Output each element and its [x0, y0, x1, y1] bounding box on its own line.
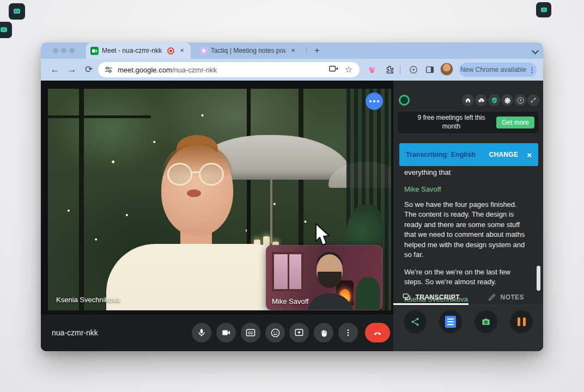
share-nodes-icon	[410, 317, 420, 327]
tab-title: Tactiq | Meeting notes powe	[211, 47, 285, 54]
back-button[interactable]: ←	[48, 63, 62, 76]
tab-strip: Meet - nua-czmr-nkk × Tactiq | Meeting n…	[41, 42, 543, 59]
toolbar-divider	[400, 65, 400, 74]
meet-favicon-icon	[90, 47, 99, 55]
glasses-lens	[199, 163, 224, 186]
pin-diagonal-button[interactable]	[527, 94, 539, 106]
sidebar-actions	[393, 306, 543, 351]
banner-text: 9 free meetings left this month	[411, 114, 492, 131]
end-call-button[interactable]	[365, 323, 390, 342]
captions-button[interactable]: CC	[241, 323, 260, 342]
background-chat-app-icon	[0, 22, 12, 38]
main-video-tile: Ksenia Svechnikova Mike Savoff	[48, 89, 391, 310]
pause-recording-button[interactable]	[510, 310, 533, 333]
tactiq-logo-icon	[399, 95, 410, 106]
screenshot-button[interactable]	[474, 310, 497, 333]
chrome-update-button[interactable]: New Chrome available ⋮	[459, 63, 537, 77]
url-path: /nua-czmr-nkk	[172, 66, 217, 74]
scrollbar-thumb[interactable]	[537, 266, 540, 291]
glasses-lens	[167, 163, 192, 186]
bookmark-star-icon[interactable]: ☆	[343, 64, 354, 75]
tab-label: NOTES	[501, 293, 524, 301]
profile-avatar[interactable]	[440, 63, 453, 76]
chat-bubble-icon	[0, 26, 8, 34]
free-meetings-banner: 9 free meetings left this month Get more	[398, 112, 539, 133]
transcript-paragraph: We're on the we're on the last few steps…	[404, 267, 528, 287]
extensions-puzzle-icon[interactable]	[383, 63, 396, 76]
glasses-bridge	[192, 171, 200, 173]
browser-toolbar: ← → ⟳ meet.google.com/nua-czmr-nkk ☆	[41, 59, 543, 81]
shield-check-button[interactable]	[488, 94, 500, 106]
side-panel-icon[interactable]	[423, 63, 436, 76]
overflow-menu-icon[interactable]: ⋮	[528, 66, 536, 74]
background-chat-app-icon	[536, 2, 551, 17]
cloud-upload-button[interactable]	[475, 94, 487, 106]
tab-close-icon[interactable]: ×	[289, 46, 297, 55]
reload-button[interactable]: ⟳	[82, 63, 95, 76]
help-button[interactable]: ?	[514, 94, 526, 106]
close-icon[interactable]: ×	[527, 150, 532, 160]
chat-bubble-icon	[13, 7, 21, 16]
power-circle-icon[interactable]	[407, 63, 420, 76]
window-winter-scene	[272, 252, 303, 291]
svg-text:CC: CC	[248, 331, 253, 335]
change-language-button[interactable]: CHANGE	[489, 151, 518, 158]
participant-name-label: Mike Savoff	[272, 297, 309, 305]
address-bar[interactable]: meet.google.com/nua-czmr-nkk ☆	[98, 62, 360, 77]
camera-button[interactable]	[216, 323, 236, 342]
google-docs-icon	[445, 316, 456, 328]
settings-gear-button[interactable]	[501, 94, 513, 106]
more-options-button[interactable]	[338, 323, 358, 342]
page-content: Ksenia Svechnikova Mike Savoff	[41, 81, 543, 351]
url-host: meet.google.com	[118, 66, 172, 74]
background-chat-app-icon	[9, 3, 25, 20]
update-label: New Chrome available	[460, 66, 526, 74]
tab-label: TRANSCRIPT	[416, 293, 460, 301]
glasses	[166, 163, 232, 187]
forward-button[interactable]: →	[65, 63, 78, 76]
pip-video-tile[interactable]: Mike Savoff	[266, 245, 382, 310]
video-pip-icon[interactable]	[328, 64, 339, 75]
window-minimize-button[interactable]	[61, 48, 66, 53]
chat-bubble-icon	[540, 6, 548, 14]
meeting-code: nua-czmr-nkk	[52, 315, 98, 351]
home-button[interactable]	[462, 94, 474, 106]
participant-name-label: Ksenia Svechnikova	[56, 296, 120, 304]
sidebar-tabs: TRANSCRIPT NOTES	[393, 289, 543, 305]
share-button[interactable]	[404, 310, 427, 333]
url-text[interactable]: meet.google.com/nua-czmr-nkk	[118, 66, 324, 74]
present-screen-button[interactable]	[289, 323, 309, 342]
svg-text:?: ?	[519, 98, 521, 102]
raise-hand-button[interactable]	[314, 323, 333, 342]
window-close-button[interactable]	[53, 48, 58, 53]
meet-call-area: Ksenia Svechnikova Mike Savoff	[41, 81, 393, 351]
meet-control-bar: nua-czmr-nkk CC	[41, 315, 393, 351]
site-settings-tune-icon[interactable]	[104, 65, 113, 75]
transcribing-banner: Transcribing: English CHANGE ×	[399, 143, 538, 166]
tab-close-icon[interactable]: ×	[178, 46, 186, 55]
pink-extension-icon[interactable]	[366, 63, 379, 76]
reactions-button[interactable]	[265, 323, 285, 342]
transcript-line: everything that	[404, 168, 528, 177]
window-zoom-button[interactable]	[69, 48, 75, 53]
google-docs-button[interactable]	[439, 310, 462, 333]
transcript-chat-icon	[402, 292, 411, 302]
plant	[356, 277, 380, 310]
notes-pencil-icon	[488, 293, 496, 302]
tactiq-sidebar: ? 9 free meetings left this month Get mo…	[393, 81, 543, 351]
recording-indicator-icon	[167, 47, 174, 54]
tab-notes[interactable]: NOTES	[469, 289, 544, 305]
tab-meet[interactable]: Meet - nua-czmr-nkk ×	[86, 42, 191, 59]
get-more-button[interactable]: Get more	[496, 117, 534, 128]
tactiq-favicon-icon	[199, 47, 208, 55]
speaker-name: Mike Savoff	[404, 185, 528, 194]
desktop-background: Meet - nua-czmr-nkk × Tactiq | Meeting n…	[0, 0, 584, 392]
tab-transcript[interactable]: TRANSCRIPT	[393, 289, 469, 305]
chat-dots-badge-icon[interactable]	[366, 93, 383, 110]
microphone-button[interactable]	[192, 323, 211, 342]
new-tab-button[interactable]: +	[311, 45, 323, 57]
screenshot-camera-icon	[480, 316, 491, 327]
chevron-down-icon[interactable]	[532, 47, 538, 53]
tab-divider	[306, 47, 307, 54]
tab-tactiq[interactable]: Tactiq | Meeting notes powe ×	[195, 42, 302, 59]
